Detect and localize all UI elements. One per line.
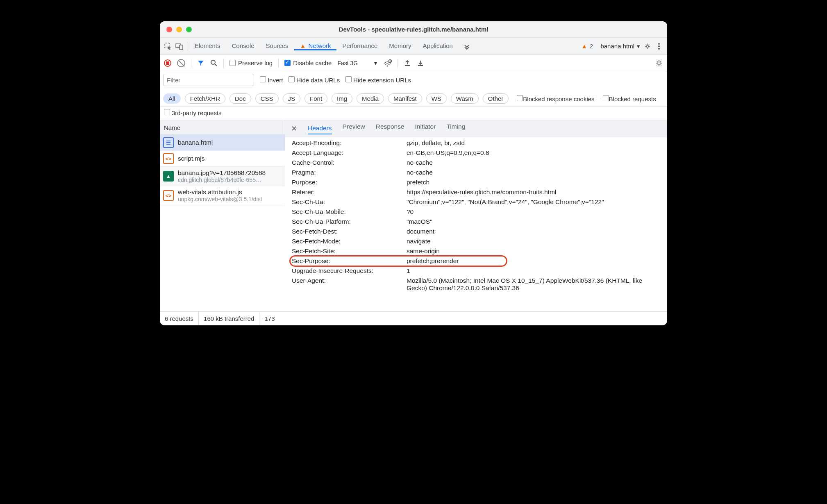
header-value: document	[407, 228, 667, 235]
request-row[interactable]: <>web-vitals.attribution.jsunpkg.com/web…	[160, 186, 285, 205]
detail-tab-initiator[interactable]: Initiator	[415, 123, 436, 134]
request-row[interactable]: ▲banana.jpg?v=1705668720588cdn.glitch.gl…	[160, 167, 285, 186]
context-selector[interactable]: banana.html ▾	[599, 43, 642, 50]
checkbox-icon	[517, 95, 523, 101]
tab-sources[interactable]: Sources	[260, 42, 294, 49]
preserve-log-toggle[interactable]: Preserve log	[229, 59, 273, 66]
header-key: Referer:	[292, 188, 407, 196]
filter-input[interactable]	[163, 74, 254, 86]
checkbox-label: Blocked response cookies	[523, 95, 594, 102]
type-filter-js[interactable]: JS	[283, 93, 301, 104]
settings-icon[interactable]	[642, 42, 653, 50]
device-icon[interactable]	[174, 43, 185, 50]
request-name: banana.html	[178, 139, 213, 146]
type-filter-ws[interactable]: WS	[426, 93, 447, 104]
request-row[interactable]: banana.html	[160, 135, 285, 151]
tab-performance[interactable]: Performance	[336, 42, 383, 49]
svg-point-3	[647, 45, 649, 47]
header-row: Accept-Encoding:gzip, deflate, br, zstd	[285, 138, 667, 148]
request-row[interactable]: <>script.mjs	[160, 151, 285, 167]
blocked-requests-toggle[interactable]: Blocked requests	[603, 95, 656, 102]
svg-point-8	[387, 65, 388, 66]
type-filter-fetchxhr[interactable]: Fetch/XHR	[185, 93, 225, 104]
checkbox-icon	[164, 109, 170, 115]
svg-point-10	[658, 62, 660, 64]
detail-tab-response[interactable]: Response	[376, 123, 404, 134]
chevron-down-icon: ▾	[374, 60, 377, 66]
headers-panel: Accept-Encoding:gzip, deflate, br, zstdA…	[285, 136, 667, 311]
issues-count: 2	[590, 43, 593, 50]
kebab-icon[interactable]	[653, 42, 665, 50]
type-filter-css[interactable]: CSS	[255, 93, 279, 104]
filter-toggle-icon[interactable]	[197, 59, 204, 67]
throttling-select[interactable]: Fast 3G ▾	[337, 60, 377, 66]
type-filter-other[interactable]: Other	[483, 93, 509, 104]
blocked-cookies-toggle[interactable]: Blocked response cookies	[517, 95, 594, 102]
more-tabs-icon[interactable]	[461, 43, 473, 50]
checkbox-icon	[260, 76, 266, 82]
header-key: Upgrade-Insecure-Requests:	[292, 267, 407, 275]
search-icon[interactable]	[210, 59, 218, 67]
header-value: no-cache	[407, 169, 667, 176]
type-filter-doc[interactable]: Doc	[229, 93, 251, 104]
detail-tab-preview[interactable]: Preview	[343, 123, 365, 134]
image-icon: ▲	[163, 171, 174, 182]
network-conditions-icon[interactable]	[383, 59, 392, 67]
header-value: "macOS"	[407, 218, 667, 225]
tab-elements[interactable]: Elements	[189, 42, 226, 49]
tab-memory[interactable]: Memory	[383, 42, 417, 49]
tab-application[interactable]: Application	[417, 42, 459, 49]
tab-label: Console	[232, 42, 254, 49]
hide-data-urls-toggle[interactable]: Hide data URLs	[289, 76, 340, 84]
context-label: banana.html	[600, 43, 634, 50]
inspect-icon[interactable]	[162, 42, 174, 50]
name-column-header[interactable]: Name	[160, 121, 285, 135]
close-detail-icon[interactable]: ✕	[289, 124, 299, 133]
detail-tab-headers[interactable]: Headers	[308, 125, 332, 134]
network-main: Name banana.html<>script.mjs▲banana.jpg?…	[160, 121, 667, 311]
checkbox-icon	[603, 95, 609, 101]
tab-label: Elements	[195, 42, 220, 49]
upload-har-icon[interactable]	[404, 59, 411, 67]
clear-button[interactable]	[177, 59, 185, 67]
header-row: Pragma:no-cache	[285, 168, 667, 177]
type-filter-wasm[interactable]: Wasm	[451, 93, 479, 104]
disable-cache-toggle[interactable]: Disable cache	[284, 59, 332, 66]
request-detail: ✕ HeadersPreviewResponseInitiatorTiming …	[285, 121, 667, 311]
type-filter-media[interactable]: Media	[357, 93, 384, 104]
third-party-label: 3rd-party requests	[172, 109, 222, 116]
invert-toggle[interactable]: Invert	[260, 76, 283, 84]
header-value: navigate	[407, 238, 667, 245]
header-row: Referer:https://speculative-rules.glitch…	[285, 187, 667, 197]
type-filter-font[interactable]: Font	[304, 93, 327, 104]
type-filter-manifest[interactable]: Manifest	[388, 93, 422, 104]
detail-tab-timing[interactable]: Timing	[446, 123, 465, 134]
third-party-toggle[interactable]: 3rd-party requests	[164, 109, 222, 116]
status-bar: 6 requests 160 kB transferred 173	[160, 311, 667, 325]
header-value: en-GB,en-US;q=0.9,en;q=0.8	[407, 149, 667, 157]
request-name: script.mjs	[178, 155, 204, 162]
checkbox-label: Blocked requests	[609, 95, 656, 102]
checkbox-checked-icon	[284, 60, 291, 66]
minimize-icon[interactable]	[176, 27, 182, 32]
panel-settings-icon[interactable]	[655, 59, 663, 67]
tab-console[interactable]: Console	[226, 42, 260, 49]
issues-badge[interactable]: ▲ 2	[575, 38, 599, 54]
preserve-log-label: Preserve log	[238, 59, 273, 66]
type-filter-img[interactable]: Img	[332, 93, 352, 104]
header-value: https://speculative-rules.glitch.me/comm…	[407, 188, 667, 196]
download-har-icon[interactable]	[417, 59, 424, 67]
header-value: gzip, deflate, br, zstd	[407, 139, 667, 147]
hide-ext-urls-toggle[interactable]: Hide extension URLs	[345, 76, 411, 84]
tab-label: Sources	[266, 42, 289, 49]
svg-point-4	[658, 43, 660, 45]
header-row: Accept-Language:en-GB,en-US;q=0.9,en;q=0…	[285, 148, 667, 158]
close-icon[interactable]	[166, 27, 172, 32]
maximize-icon[interactable]	[186, 27, 192, 32]
hide-data-urls-label: Hide data URLs	[296, 77, 340, 84]
tab-network[interactable]: ▲Network	[294, 42, 337, 50]
record-button[interactable]	[164, 59, 171, 67]
type-filter-all[interactable]: All	[163, 93, 181, 104]
header-key: Accept-Encoding:	[292, 139, 407, 147]
header-row: Sec-Ch-Ua:"Chromium";v="122", "Not(A:Bra…	[285, 197, 667, 207]
